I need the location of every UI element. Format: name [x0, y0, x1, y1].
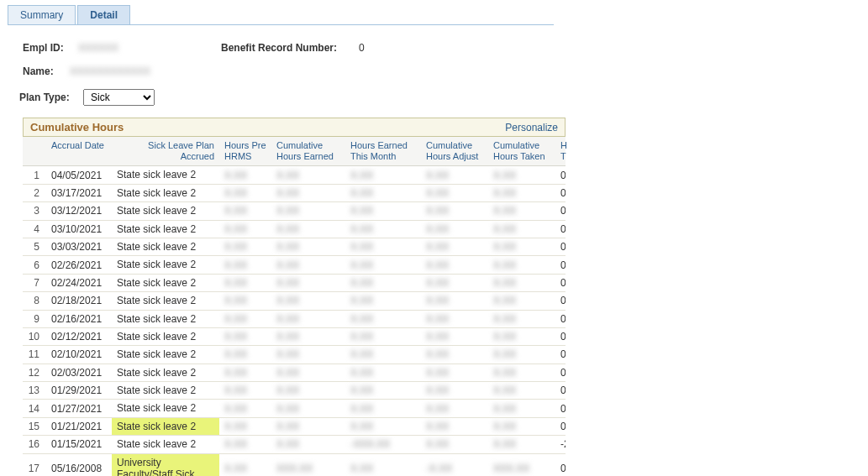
col-cum-adjust[interactable]: Cumulative Hours Adjust [421, 137, 488, 166]
table-row[interactable]: 602/26/2021State sick leave 2X.XXX.XXX.X… [23, 256, 566, 274]
tab-summary[interactable]: Summary [8, 5, 76, 24]
plan-type-select[interactable]: Sick [83, 89, 155, 106]
row-cum-earned: XXX.XX [271, 453, 345, 476]
row-idx: 11 [23, 346, 46, 364]
row-hours-pre: X.XX [219, 382, 271, 400]
row-cum-taken: X.XX [488, 238, 555, 255]
col-ht[interactable]: H T [555, 137, 566, 166]
row-idx: 4 [23, 220, 46, 238]
col-cum-earned[interactable]: Cumulative Hours Earned [271, 137, 345, 166]
header-section: Empl ID: XXXXXX Benefit Record Number: 0… [8, 42, 868, 77]
row-cum-adjust: X.XX [421, 382, 488, 400]
row-cum-adjust: X.XX [421, 310, 488, 327]
row-plan: State sick leave 2 [112, 310, 219, 327]
row-idx: 5 [23, 238, 46, 255]
row-cum-earned: X.XX [271, 346, 345, 364]
row-cum-earned: X.XX [271, 184, 345, 201]
table-row[interactable]: 403/10/2021State sick leave 2X.XXX.XXX.X… [23, 220, 566, 238]
table-row[interactable]: 1002/12/2021State sick leave 2X.XXX.XXX.… [23, 327, 566, 345]
row-ht: 0 [555, 220, 566, 238]
row-ht: 0 [555, 346, 566, 364]
row-date: 02/12/2021 [46, 327, 112, 345]
row-plan: State sick leave 2 [112, 274, 219, 291]
row-idx: 14 [23, 400, 46, 417]
table-row[interactable]: 802/18/2021State sick leave 2X.XXX.XXX.X… [23, 292, 566, 310]
table-row[interactable]: 1601/15/2021State sick leave 2X.XXX.XX-X… [23, 436, 566, 453]
tab-detail[interactable]: Detail [77, 5, 130, 24]
row-cum-taken: X.XX [488, 274, 555, 291]
row-hours-month: X.XX [345, 417, 421, 435]
row-date: 03/12/2021 [46, 202, 112, 220]
row-cum-adjust: X.XX [421, 346, 488, 364]
table-row[interactable]: 1401/27/2021State sick leave 2X.XXX.XXX.… [23, 400, 566, 417]
table-row[interactable]: 503/03/2021State sick leave 2X.XXX.XXX.X… [23, 238, 566, 255]
col-hours-month[interactable]: Hours Earned This Month [345, 137, 421, 166]
cumulative-hours-table: Accrual Date Sick Leave Plan Accrued Hou… [23, 137, 566, 476]
row-date: 01/15/2021 [46, 436, 112, 453]
table-row[interactable]: 702/24/2021State sick leave 2X.XXX.XXX.X… [23, 274, 566, 291]
col-sick-leave-plan[interactable]: Sick Leave Plan Accrued [112, 137, 219, 166]
row-idx: 1 [23, 166, 46, 184]
row-cum-taken: XXX.XX [488, 453, 555, 476]
col-accrual-date[interactable]: Accrual Date [46, 137, 112, 166]
row-ht: 0 [555, 453, 566, 476]
benefit-record-value: 0 [359, 42, 365, 54]
row-hours-pre: X.XX [219, 220, 271, 238]
row-plan: State sick leave 2 [112, 346, 219, 364]
table-row[interactable]: 902/16/2021State sick leave 2X.XXX.XXX.X… [23, 310, 566, 327]
row-cum-taken: X.XX [488, 327, 555, 345]
row-idx: 10 [23, 327, 46, 345]
row-plan: State sick leave 2 [112, 166, 219, 184]
row-hours-month: X.XX [345, 220, 421, 238]
row-cum-taken: X.XX [488, 346, 555, 364]
table-row[interactable]: 104/05/2021State sick leave 2X.XXX.XXX.X… [23, 166, 566, 184]
row-hours-month: X.XX [345, 256, 421, 274]
row-date: 02/16/2021 [46, 310, 112, 327]
row-cum-adjust: X.XX [421, 256, 488, 274]
row-hours-pre: X.XX [219, 184, 271, 201]
row-plan: State sick leave 2 [112, 202, 219, 220]
row-hours-pre: X.XX [219, 292, 271, 310]
row-hours-pre: X.XX [219, 202, 271, 220]
row-cum-adjust: X.XX [421, 327, 488, 345]
row-ht: 0 [555, 274, 566, 291]
row-ht: 0 [555, 417, 566, 435]
row-plan: State sick leave 2 [112, 184, 219, 201]
row-hours-month: -XXX.XX [345, 436, 421, 453]
benefit-record-label: Benefit Record Number: [221, 42, 337, 54]
row-cum-adjust: X.XX [421, 417, 488, 435]
table-row[interactable]: 1501/21/2021State sick leave 2X.XXX.XXX.… [23, 417, 566, 435]
table-row[interactable]: 1102/10/2021State sick leave 2X.XXX.XXX.… [23, 346, 566, 364]
row-cum-taken: X.XX [488, 256, 555, 274]
plan-type-label: Plan Type: [19, 92, 78, 103]
row-hours-pre: X.XX [219, 400, 271, 417]
row-plan: State sick leave 2 [112, 382, 219, 400]
col-cum-taken[interactable]: Cumulative Hours Taken [488, 137, 555, 166]
row-hours-month: X.XX [345, 166, 421, 184]
row-hours-month: X.XX [345, 453, 421, 476]
row-ht: 0 [555, 256, 566, 274]
row-idx: 3 [23, 202, 46, 220]
row-idx: 8 [23, 292, 46, 310]
table-row[interactable]: 1202/03/2021State sick leave 2X.XXX.XXX.… [23, 364, 566, 381]
row-cum-taken: X.XX [488, 364, 555, 381]
row-cum-earned: X.XX [271, 364, 345, 381]
col-idx[interactable] [23, 137, 46, 166]
table-row[interactable]: 1301/29/2021State sick leave 2X.XXX.XXX.… [23, 382, 566, 400]
row-ht: 0 [555, 310, 566, 327]
row-cum-adjust: X.XX [421, 364, 488, 381]
row-cum-adjust: X.XX [421, 238, 488, 255]
row-ht: 0 [555, 327, 566, 345]
row-cum-earned: X.XX [271, 256, 345, 274]
table-row[interactable]: 1705/16/2008University Faculty/Staff Sic… [23, 453, 566, 476]
row-plan: State sick leave 2 [112, 364, 219, 381]
row-cum-adjust: X.XX [421, 436, 488, 453]
personalize-link[interactable]: Personalize [505, 122, 558, 133]
table-row[interactable]: 303/12/2021State sick leave 2X.XXX.XXX.X… [23, 202, 566, 220]
row-idx: 2 [23, 184, 46, 201]
col-hours-pre[interactable]: Hours Pre HRMS [219, 137, 271, 166]
row-cum-earned: X.XX [271, 202, 345, 220]
row-hours-month: X.XX [345, 238, 421, 255]
row-cum-adjust: X.XX [421, 292, 488, 310]
table-row[interactable]: 203/17/2021State sick leave 2X.XXX.XXX.X… [23, 184, 566, 201]
